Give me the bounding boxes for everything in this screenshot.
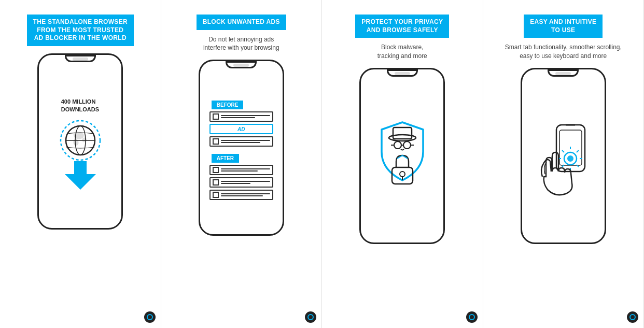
phone-notch-inner-3 <box>395 72 410 75</box>
svg-point-8 <box>403 141 411 149</box>
panel3-subtitle: Block malware,tracking and more <box>377 43 427 61</box>
content-lines-1 <box>221 115 270 118</box>
panel2-badge: BLOCK UNWANTED ADS <box>197 15 286 30</box>
phone-notch-inner-4 <box>555 72 571 75</box>
phone-screen-3 <box>361 69 443 243</box>
phone-screen-2: BEFORE AD <box>200 61 283 234</box>
globe-container: 400 MILLION DOWNLOADS <box>57 65 104 223</box>
svg-rect-6 <box>393 127 412 139</box>
line-2 <box>221 117 256 118</box>
line-1 <box>221 115 270 116</box>
logo-badge-4 <box>627 311 638 323</box>
line-6 <box>221 170 258 172</box>
after-label: AFTER <box>212 154 239 163</box>
logo-badge-3 <box>466 311 478 323</box>
content-sq-3 <box>213 167 219 173</box>
phone-screen-4 <box>522 69 605 243</box>
logo-badge-inner-1 <box>147 314 153 320</box>
line-7 <box>221 181 270 182</box>
hand-phone-icon <box>529 117 597 200</box>
line-9 <box>221 193 270 194</box>
before-label: BEFORE <box>212 101 244 109</box>
svg-marker-4 <box>65 161 96 190</box>
logo-badge-inner-3 <box>469 314 475 320</box>
panel1-badge: THE STANDALONE BROWSER FROM THE MOST TRU… <box>27 15 134 46</box>
line-5 <box>221 168 270 169</box>
phone-frame-1: 400 MILLION DOWNLOADS <box>37 53 123 230</box>
panel-block-ads: BLOCK UNWANTED ADS Do not let annoying a… <box>161 0 323 328</box>
panel-easy-intuitive: EASY AND INTUITIVE TO USE Smart tab func… <box>483 0 645 328</box>
logo-badge-inner-2 <box>307 314 314 320</box>
shield-lock-icon <box>371 118 433 198</box>
svg-point-7 <box>394 141 401 149</box>
content-block-5 <box>209 190 273 200</box>
phone-notch-4 <box>548 69 579 77</box>
svg-line-24 <box>562 150 564 152</box>
arrow-down-icon <box>65 161 96 190</box>
panel4-badge: EASY AND INTUITIVE TO USE <box>524 15 603 38</box>
before-after-container: BEFORE AD <box>205 95 277 205</box>
content-block-1 <box>209 111 273 122</box>
content-lines-5 <box>221 193 270 196</box>
content-block-2 <box>209 136 273 147</box>
content-block-3 <box>209 165 273 175</box>
content-lines-3 <box>221 168 270 172</box>
content-sq-1 <box>213 113 219 120</box>
line-10 <box>221 195 263 196</box>
phone-notch-1 <box>65 55 96 62</box>
content-sq-2 <box>213 138 219 145</box>
line-3 <box>221 140 270 141</box>
downloads-text: 400 MILLION DOWNLOADS <box>61 98 99 113</box>
phone-notch-3 <box>387 69 418 77</box>
content-lines-4 <box>221 181 270 184</box>
content-lines-2 <box>221 140 270 143</box>
panel-privacy: PROTECT YOUR PRIVACY AND BROWSE SAFELY B… <box>322 0 483 328</box>
globe-icon <box>57 117 104 164</box>
panel2-subtitle: Do not let annoying adsinterfere with yo… <box>203 35 279 53</box>
content-sq-4 <box>213 179 219 186</box>
phone-notch-inner-2 <box>233 64 249 67</box>
panel-standalone-browser: THE STANDALONE BROWSER FROM THE MOST TRU… <box>0 0 161 328</box>
panel3-badge: PROTECT YOUR PRIVACY AND BROWSE SAFELY <box>355 15 449 38</box>
line-4 <box>221 142 260 143</box>
svg-point-13 <box>400 172 405 177</box>
logo-badge-inner-4 <box>629 314 636 320</box>
phone-frame-3 <box>359 68 445 244</box>
ad-block: AD <box>209 124 273 134</box>
svg-point-19 <box>567 155 573 162</box>
phone-frame-4 <box>521 68 606 244</box>
phone-notch-inner-1 <box>73 58 88 61</box>
line-8 <box>221 183 250 184</box>
phone-screen-1: 400 MILLION DOWNLOADS <box>39 55 121 228</box>
svg-line-26 <box>577 150 579 152</box>
panel4-subtitle: Smart tab functionality, smoother scroll… <box>505 43 622 61</box>
logo-badge-1 <box>144 311 156 323</box>
phone-frame-2: BEFORE AD <box>199 60 284 236</box>
logo-badge-2 <box>305 311 316 323</box>
content-sq-5 <box>213 192 219 198</box>
phone-notch-2 <box>226 61 257 68</box>
content-block-4 <box>209 177 273 188</box>
